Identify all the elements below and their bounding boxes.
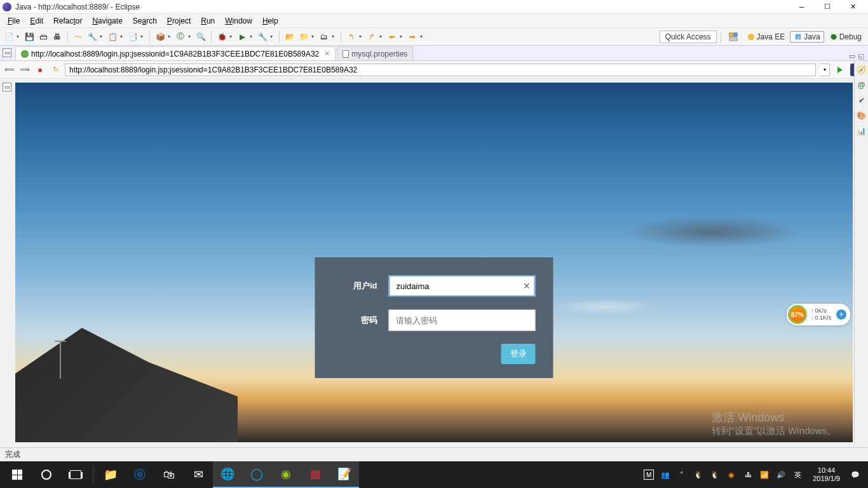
clock[interactable]: 10:44 2019/1/9	[809, 466, 844, 483]
maximize-button[interactable]: ☐	[815, 0, 840, 14]
upload-speed: 0K/s	[811, 308, 831, 315]
tab-maximize-button[interactable]: ◱	[858, 52, 864, 60]
tray-wifi-icon[interactable]: 📶	[759, 470, 770, 480]
perspective-java[interactable]: J Java	[790, 31, 824, 43]
tab-minimize-button[interactable]: ▭	[849, 52, 855, 60]
tray-qq-icon[interactable]: 🐧	[693, 470, 703, 480]
menu-navigate[interactable]: Navigate	[87, 15, 127, 27]
new-button[interactable]: 📄	[3, 30, 15, 43]
menu-search[interactable]: Search	[128, 15, 162, 27]
nav-back-button[interactable]: ↰	[345, 30, 358, 43]
menu-file[interactable]: File	[3, 15, 25, 27]
new-project-button[interactable]: 📂	[283, 30, 296, 43]
svg-rect-1	[733, 32, 736, 36]
svg-text:J: J	[797, 34, 799, 40]
menu-refactor[interactable]: Refactor	[48, 15, 87, 27]
status-text: 完成	[5, 450, 20, 459]
taskbar-mail[interactable]: ✉	[184, 461, 213, 488]
tray-qq2-icon[interactable]: 🐧	[710, 470, 720, 480]
action-center-icon[interactable]: 💬	[850, 470, 860, 480]
save-all-button[interactable]: 🗃	[37, 30, 50, 43]
start-button[interactable]	[3, 461, 32, 488]
tool-1[interactable]: 🔧	[86, 30, 98, 43]
go-button[interactable]	[834, 64, 846, 76]
tool-3[interactable]: 📑	[126, 30, 139, 43]
windows-activation-watermark: 激活 Windows 转到"设置"以激活 Windows。	[712, 410, 836, 437]
status-bar: 完成	[0, 447, 868, 461]
cortana-button[interactable]	[32, 461, 61, 488]
open-type-button[interactable]: 🔍	[194, 30, 207, 43]
menu-run[interactable]: Run	[196, 15, 220, 27]
print-button[interactable]: 🖶	[51, 30, 64, 43]
perspective-java-ee[interactable]: Java EE	[743, 32, 789, 41]
debug-button[interactable]: 🐞	[215, 30, 228, 43]
user-id-input[interactable]	[389, 275, 536, 297]
tray-volume-icon[interactable]: 🔊	[776, 470, 786, 480]
taskbar-explorer[interactable]: 📁	[96, 461, 125, 488]
java-icon: J	[794, 32, 803, 41]
taskbar-store[interactable]: 🛍	[154, 461, 184, 488]
restore-bottom-button[interactable]: ▭	[3, 83, 11, 92]
outline-view-icon[interactable]: 🧭	[857, 65, 867, 75]
taskbar-notepad[interactable]: 📝	[330, 461, 359, 488]
login-button[interactable]: 登录	[501, 344, 536, 364]
annotation-view-icon[interactable]: @	[857, 80, 867, 90]
close-button[interactable]: ✕	[840, 0, 865, 14]
tab-label: mysql.properties	[351, 50, 407, 58]
stop-button[interactable]: ■	[34, 64, 46, 76]
open-perspective-button[interactable]	[725, 32, 742, 41]
perspective-icon	[729, 32, 738, 41]
minimize-button[interactable]: ─	[789, 0, 815, 14]
refresh-button[interactable]: ↻	[50, 64, 61, 76]
run-button[interactable]: ▶	[236, 30, 248, 43]
skip-button[interactable]: ⤳	[72, 30, 85, 43]
perspective-debug[interactable]: Debug	[825, 32, 865, 41]
servers-view-icon[interactable]: 📊	[857, 126, 867, 136]
tower-decoration	[60, 341, 61, 379]
network-speed-widget[interactable]: 87% 0K/s 0.1K/s +	[787, 304, 850, 325]
menu-project[interactable]: Project	[162, 15, 196, 27]
clock-time: 10:44	[813, 466, 840, 475]
url-input[interactable]	[65, 64, 816, 76]
palette-view-icon[interactable]: 🎨	[857, 111, 867, 121]
taskbar-chrome[interactable]: 🌐	[213, 461, 242, 488]
restore-left-button[interactable]: ▭	[3, 48, 11, 57]
speed-expand-button[interactable]: +	[836, 309, 846, 320]
open-button[interactable]: 🗂	[318, 30, 330, 43]
taskbar-edge[interactable]: ⓔ	[125, 461, 154, 488]
nav-prev-button[interactable]: ⬅	[386, 30, 398, 43]
clear-input-icon[interactable]: ✕	[523, 281, 531, 291]
tasks-view-icon[interactable]: ✔	[857, 95, 867, 105]
browser-nav-bar: ⟸ ⟹ ■ ↻ ▾ ◎	[0, 61, 868, 79]
nav-fwd-button[interactable]: ↱	[365, 30, 378, 43]
save-button[interactable]: 💾	[23, 30, 36, 43]
task-view-button[interactable]	[61, 461, 90, 488]
password-input[interactable]	[389, 309, 536, 331]
tray-network-icon[interactable]: 🖧	[743, 470, 753, 480]
svg-rect-0	[729, 32, 732, 36]
menu-help[interactable]: Help	[257, 15, 283, 27]
tab-login-jsp[interactable]: http://localhost:8889/login.jsp;jsession…	[15, 46, 336, 60]
nav-next-button[interactable]: ➡	[406, 30, 419, 43]
taskbar-app-red[interactable]: ▦	[301, 461, 330, 488]
menu-window[interactable]: Window	[220, 15, 257, 27]
taskbar-app-blue[interactable]: ◯	[242, 461, 271, 488]
new-server-button[interactable]: 📁	[297, 30, 310, 43]
taskbar-myeclipse[interactable]: ◉	[271, 461, 301, 488]
tray-m-icon[interactable]: M	[644, 470, 654, 480]
new-package-button[interactable]: 📦	[154, 30, 166, 43]
menu-edit[interactable]: Edit	[25, 15, 48, 27]
tab-mysql-properties[interactable]: mysql.properties	[337, 46, 413, 60]
tool-2[interactable]: 📋	[106, 30, 119, 43]
tray-expand-icon[interactable]: ˄	[677, 470, 687, 480]
forward-button[interactable]: ⟹	[19, 64, 31, 76]
tab-close-icon[interactable]: ⨯	[324, 50, 330, 58]
quick-access-input[interactable]	[660, 30, 717, 43]
tray-360-icon[interactable]: ◉	[726, 470, 736, 480]
url-dropdown-button[interactable]: ▾	[820, 64, 830, 76]
run-last-button[interactable]: 🔧	[256, 30, 269, 43]
new-class-button[interactable]: Ⓒ	[174, 30, 187, 43]
back-button[interactable]: ⟸	[4, 64, 15, 76]
people-icon[interactable]: 👥	[660, 470, 670, 480]
ime-indicator[interactable]: 英	[792, 470, 803, 480]
